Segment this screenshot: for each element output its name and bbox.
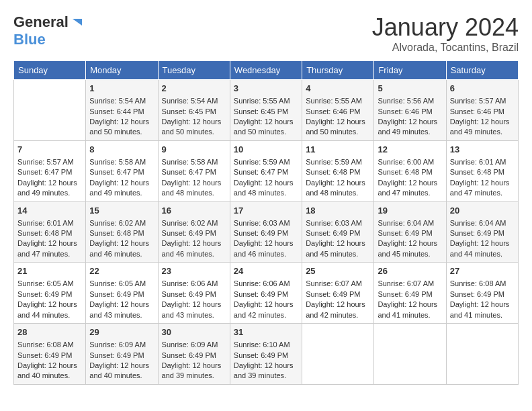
day-info-line: Sunset: 6:48 PM	[17, 228, 82, 238]
day-number: 26	[378, 265, 442, 277]
day-number: 4	[306, 83, 370, 95]
day-info-line: and 44 minutes.	[17, 310, 82, 320]
day-info-line: Sunrise: 5:54 AM	[162, 96, 226, 106]
day-info-line: Sunrise: 5:54 AM	[89, 96, 154, 106]
day-info-line: Sunrise: 6:06 AM	[162, 279, 226, 289]
day-number: 30	[162, 326, 226, 338]
day-info-line: and 48 minutes.	[234, 188, 298, 198]
calendar-cell: 21Sunrise: 6:05 AMSunset: 6:49 PMDayligh…	[14, 263, 86, 324]
day-info-line: Sunrise: 6:05 AM	[17, 279, 82, 289]
calendar-cell: 26Sunrise: 6:07 AMSunset: 6:49 PMDayligh…	[374, 263, 446, 324]
day-number: 28	[17, 326, 82, 338]
day-info-line: and 47 minutes.	[17, 249, 82, 259]
day-info-line: Sunset: 6:45 PM	[162, 107, 226, 117]
week-row-1: 1Sunrise: 5:54 AMSunset: 6:44 PMDaylight…	[14, 80, 519, 141]
day-info-line: Sunrise: 6:03 AM	[306, 218, 370, 228]
day-info-line: Sunset: 6:49 PM	[234, 228, 298, 238]
day-info-line: Sunrise: 6:06 AM	[234, 279, 298, 289]
day-info-line: Sunset: 6:49 PM	[162, 351, 226, 361]
day-info-line: Sunrise: 6:09 AM	[162, 340, 226, 350]
day-info-line: Sunset: 6:49 PM	[450, 289, 515, 300]
calendar-cell: 18Sunrise: 6:03 AMSunset: 6:49 PMDayligh…	[302, 201, 374, 263]
day-number: 8	[89, 144, 154, 156]
day-info-line: Daylight: 12 hours	[234, 178, 298, 188]
day-info-line: Sunrise: 6:05 AM	[89, 279, 154, 289]
day-info-line: Daylight: 12 hours	[378, 178, 442, 188]
calendar-cell: 8Sunrise: 5:58 AMSunset: 6:47 PMDaylight…	[86, 140, 158, 201]
calendar-cell: 10Sunrise: 5:59 AMSunset: 6:47 PMDayligh…	[230, 140, 302, 201]
day-info-line: and 44 minutes.	[450, 249, 515, 259]
day-number: 24	[234, 265, 298, 277]
logo-icon	[70, 16, 82, 28]
day-info-line: Sunrise: 5:59 AM	[306, 157, 370, 167]
day-number: 1	[89, 83, 154, 95]
column-header-saturday: Saturday	[446, 61, 518, 80]
day-info-line: and 43 minutes.	[89, 310, 154, 320]
calendar-cell: 11Sunrise: 5:59 AMSunset: 6:48 PMDayligh…	[302, 140, 374, 201]
column-header-thursday: Thursday	[302, 61, 374, 80]
day-info-line: Sunset: 6:49 PM	[234, 289, 298, 300]
day-info-line: Daylight: 12 hours	[17, 178, 82, 188]
day-info-line: Sunset: 6:46 PM	[450, 107, 515, 117]
calendar-cell: 22Sunrise: 6:05 AMSunset: 6:49 PMDayligh…	[86, 263, 158, 324]
calendar-cell: 19Sunrise: 6:04 AMSunset: 6:49 PMDayligh…	[374, 201, 446, 263]
day-info-line: Sunrise: 6:07 AM	[306, 279, 370, 289]
day-info-line: Daylight: 12 hours	[162, 117, 226, 127]
day-info-line: and 46 minutes.	[162, 249, 226, 259]
day-info-line: Sunset: 6:45 PM	[234, 107, 298, 117]
calendar-cell	[374, 324, 446, 385]
day-number: 31	[234, 326, 298, 338]
day-info-line: Daylight: 12 hours	[89, 361, 154, 371]
day-info-line: Sunrise: 6:04 AM	[450, 218, 515, 228]
week-row-2: 7Sunrise: 5:57 AMSunset: 6:47 PMDaylight…	[14, 140, 519, 201]
day-info-line: Daylight: 12 hours	[162, 238, 226, 248]
calendar-cell: 6Sunrise: 5:57 AMSunset: 6:46 PMDaylight…	[446, 80, 518, 141]
day-info-line: Daylight: 12 hours	[450, 300, 515, 310]
day-info-line: Sunrise: 5:57 AM	[450, 96, 515, 106]
day-info-line: and 47 minutes.	[378, 188, 442, 198]
day-number: 27	[450, 265, 515, 277]
week-row-5: 28Sunrise: 6:08 AMSunset: 6:49 PMDayligh…	[14, 324, 519, 385]
day-info-line: Daylight: 12 hours	[306, 117, 370, 127]
day-info-line: Daylight: 12 hours	[17, 238, 82, 248]
calendar-cell: 13Sunrise: 6:01 AMSunset: 6:48 PMDayligh…	[446, 140, 518, 201]
day-info-line: and 48 minutes.	[306, 188, 370, 198]
day-number: 2	[162, 83, 226, 95]
day-info-line: Sunrise: 6:03 AM	[234, 218, 298, 228]
logo: General Blue	[13, 13, 82, 48]
day-info-line: Sunrise: 5:59 AM	[234, 157, 298, 167]
calendar-table: SundayMondayTuesdayWednesdayThursdayFrid…	[13, 60, 519, 385]
day-info-line: and 40 minutes.	[17, 371, 82, 381]
day-info-line: Sunset: 6:49 PM	[17, 289, 82, 300]
day-info-line: Daylight: 12 hours	[89, 238, 154, 248]
calendar-cell: 27Sunrise: 6:08 AMSunset: 6:49 PMDayligh…	[446, 263, 518, 324]
day-number: 18	[306, 205, 370, 217]
day-info-line: Sunset: 6:49 PM	[89, 289, 154, 300]
day-info-line: and 42 minutes.	[234, 310, 298, 320]
day-info-line: Daylight: 12 hours	[234, 300, 298, 310]
column-header-monday: Monday	[86, 61, 158, 80]
calendar-cell	[446, 324, 518, 385]
day-info-line: Daylight: 12 hours	[306, 178, 370, 188]
day-number: 17	[234, 205, 298, 217]
day-number: 23	[162, 265, 226, 277]
svg-marker-0	[73, 19, 82, 26]
calendar-cell	[14, 80, 86, 141]
month-title: January 2024	[372, 13, 519, 42]
column-header-wednesday: Wednesday	[230, 61, 302, 80]
calendar-cell	[302, 324, 374, 385]
day-info-line: Sunset: 6:44 PM	[89, 107, 154, 117]
day-info-line: Sunrise: 6:01 AM	[450, 157, 515, 167]
day-info-line: Sunrise: 5:55 AM	[234, 96, 298, 106]
day-number: 10	[234, 144, 298, 156]
day-info-line: Sunset: 6:49 PM	[89, 351, 154, 361]
day-info-line: and 49 minutes.	[17, 188, 82, 198]
calendar-cell: 3Sunrise: 5:55 AMSunset: 6:45 PMDaylight…	[230, 80, 302, 141]
day-info-line: Sunrise: 6:02 AM	[162, 218, 226, 228]
day-info-line: Sunset: 6:48 PM	[89, 228, 154, 238]
day-info-line: Sunset: 6:49 PM	[378, 289, 442, 300]
day-info-line: Sunrise: 5:58 AM	[89, 157, 154, 167]
day-info-line: and 47 minutes.	[450, 188, 515, 198]
day-number: 7	[17, 144, 82, 156]
day-info-line: Daylight: 12 hours	[162, 178, 226, 188]
